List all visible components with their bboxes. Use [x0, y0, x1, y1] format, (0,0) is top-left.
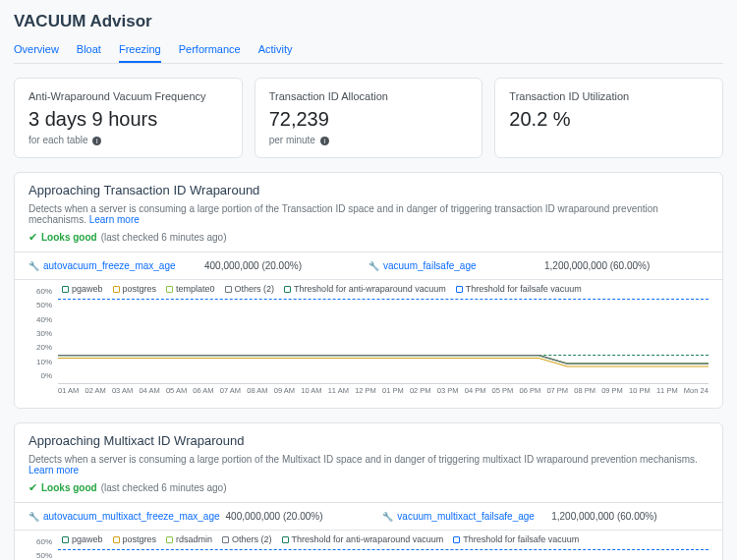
x-tick: 11 PM	[656, 386, 678, 398]
summary-card-1: Transaction ID Allocation 72,239 per min…	[255, 78, 483, 158]
wrench-icon: 🔧	[28, 261, 39, 271]
x-tick: 07 AM	[220, 386, 241, 398]
panel-title: Approaching Transaction ID Wraparound	[28, 183, 709, 197]
y-axis: 0%10%20%30%40%50%60%	[28, 300, 56, 384]
param-link-2[interactable]: vacuum_multixact_failsafe_age	[397, 511, 535, 522]
card-label: Transaction ID Allocation	[269, 90, 469, 102]
panel-title: Approaching Multixact ID Wraparound	[28, 433, 709, 448]
info-icon[interactable]: i	[92, 137, 101, 145]
x-tick: 01 PM	[382, 386, 404, 398]
legend-label: postgres	[123, 284, 157, 294]
x-tick: 06 AM	[193, 386, 213, 398]
legend-swatch	[284, 286, 291, 293]
chart: 0%10%20%30%40%50%60% 01 AM02 AM03 AM04 A…	[28, 550, 709, 560]
x-tick: 04 AM	[139, 386, 159, 398]
y-tick: 60%	[36, 537, 52, 546]
param-value-2: 1,200,000,000 (60.00%)	[544, 260, 650, 271]
status-good: Looks good	[41, 482, 97, 493]
tab-freezing[interactable]: Freezing	[119, 37, 161, 63]
x-tick: 12 PM	[355, 386, 376, 398]
legend-item: Threshold for failsafe vacuum	[456, 284, 582, 294]
legend-item: pgaweb	[62, 284, 103, 294]
legend-item: Others (2)	[222, 534, 272, 544]
legend-swatch	[113, 286, 120, 293]
y-tick: 50%	[36, 551, 52, 560]
legend-swatch	[282, 536, 289, 543]
x-tick: 10 AM	[301, 386, 321, 398]
legend-swatch	[166, 286, 173, 293]
plot-area	[58, 300, 709, 384]
learn-more-link[interactable]: Learn more	[89, 214, 140, 225]
params-row: 🔧autovacuum_freeze_max_age 400,000,000 (…	[15, 252, 722, 279]
panel-0: Approaching Transaction ID Wraparound De…	[14, 172, 723, 409]
series-line	[58, 359, 709, 367]
x-tick: 01 AM	[58, 386, 79, 398]
param-link-1[interactable]: autovacuum_multixact_freeze_max_age	[43, 511, 220, 522]
legend-item: Others (2)	[225, 284, 275, 294]
x-tick: 07 PM	[546, 386, 568, 398]
legend-label: Threshold for failsafe vacuum	[463, 534, 579, 544]
param-value-1: 400,000,000 (20.00%)	[204, 260, 302, 271]
y-tick: 50%	[36, 301, 52, 309]
panel-desc: Detects when a server is consuming a lar…	[28, 454, 709, 476]
legend-label: rdsadmin	[176, 534, 212, 544]
learn-more-link[interactable]: Learn more	[28, 465, 79, 476]
tab-bloat[interactable]: Bloat	[77, 37, 101, 63]
card-value: 20.2 %	[509, 108, 709, 131]
x-tick: 06 PM	[520, 386, 541, 398]
tab-activity[interactable]: Activity	[258, 37, 293, 63]
legend-label: Threshold for failsafe vacuum	[466, 284, 582, 294]
check-icon: ✔	[28, 481, 37, 494]
param-value-1: 400,000,000 (20.00%)	[226, 511, 323, 522]
card-sub: per minute i	[269, 135, 469, 145]
x-tick: 05 AM	[166, 386, 187, 398]
legend-label: template0	[176, 284, 215, 294]
info-icon[interactable]: i	[320, 137, 329, 145]
legend-swatch	[222, 536, 229, 543]
y-axis: 0%10%20%30%40%50%60%	[28, 550, 56, 560]
series-line	[58, 356, 709, 364]
chart-legend: pgawebpostgresrdsadminOthers (2)Threshol…	[15, 531, 722, 548]
legend-label: Threshold for anti-wraparound vacuum	[294, 284, 446, 294]
card-value: 72,239	[269, 108, 469, 131]
param-link-2[interactable]: vacuum_failsafe_age	[383, 260, 477, 271]
check-icon: ✔	[28, 231, 37, 244]
x-tick: 03 AM	[112, 386, 133, 398]
param-link-1[interactable]: autovacuum_freeze_max_age	[43, 260, 176, 271]
tab-performance[interactable]: Performance	[179, 37, 241, 63]
y-tick: 0%	[40, 371, 52, 380]
chart-legend: pgawebpostgrestemplate0Others (2)Thresho…	[15, 280, 722, 298]
x-tick: 02 AM	[85, 386, 105, 398]
x-tick: 10 PM	[629, 386, 651, 398]
series-line	[58, 356, 709, 364]
legend-label: Others (2)	[235, 284, 275, 294]
wrench-icon: 🔧	[368, 261, 379, 271]
x-tick: 09 AM	[274, 386, 295, 398]
summary-cards: Anti-Wraparound Vacuum Frequency 3 days …	[14, 78, 723, 158]
legend-swatch	[453, 536, 460, 543]
status-good: Looks good	[41, 232, 97, 243]
card-label: Anti-Wraparound Vacuum Frequency	[28, 90, 228, 102]
wrench-icon: 🔧	[28, 512, 39, 522]
x-tick: 04 PM	[465, 386, 486, 398]
wrench-icon: 🔧	[382, 512, 393, 522]
card-sub: for each table i	[28, 135, 228, 145]
x-axis: 01 AM02 AM03 AM04 AM05 AM06 AM07 AM08 AM…	[58, 386, 709, 398]
panel-1: Approaching Multixact ID Wraparound Dete…	[14, 422, 723, 560]
legend-item: pgaweb	[62, 534, 103, 544]
x-tick: 09 PM	[601, 386, 623, 398]
legend-label: pgaweb	[72, 534, 103, 544]
tab-overview[interactable]: Overview	[14, 37, 59, 63]
y-tick: 60%	[36, 287, 52, 296]
card-label: Transaction ID Utilization	[509, 90, 709, 102]
x-tick: 08 PM	[574, 386, 595, 398]
card-value: 3 days 9 hours	[28, 108, 228, 131]
legend-item: Threshold for anti-wraparound vacuum	[282, 534, 444, 544]
status-time: (last checked 6 minutes ago)	[101, 482, 227, 493]
status-time: (last checked 6 minutes ago)	[101, 232, 227, 243]
chart: 0%10%20%30%40%50%60% 01 AM02 AM03 AM04 A…	[28, 300, 709, 398]
legend-item: postgres	[113, 284, 157, 294]
legend-label: Others (2)	[232, 534, 272, 544]
x-tick: 11 AM	[328, 386, 349, 398]
y-tick: 30%	[36, 329, 52, 338]
